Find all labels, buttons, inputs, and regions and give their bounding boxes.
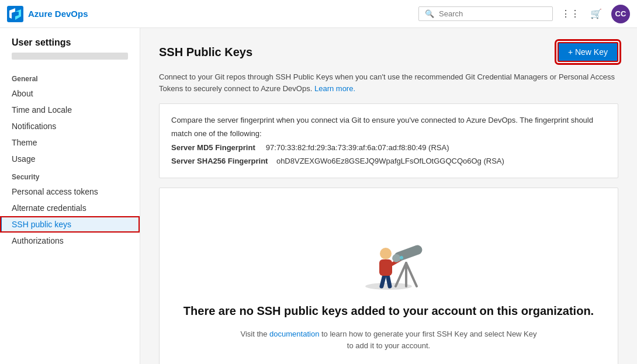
- new-key-button[interactable]: + New Key: [558, 42, 618, 62]
- sidebar-item-usage[interactable]: Usage: [0, 151, 140, 167]
- telescope-illustration: [348, 212, 430, 293]
- svg-line-11: [406, 263, 417, 286]
- fingerprint-md5-label: Server MD5 Fingerprint: [171, 143, 255, 152]
- grid-menu-button[interactable]: ⋮⋮: [560, 4, 581, 25]
- shopping-icon: 🛒: [590, 8, 602, 19]
- page-header: SSH Public Keys + New Key: [159, 42, 618, 62]
- page-description: Connect to your Git repos through SSH Pu…: [159, 71, 618, 94]
- learn-more-link[interactable]: Learn more.: [314, 84, 355, 93]
- sidebar-item-personal-access-tokens[interactable]: Personal access tokens: [0, 183, 140, 200]
- avatar-initials: CC: [615, 9, 626, 18]
- fingerprint-box: Compare the server fingerprint when you …: [159, 103, 618, 178]
- sidebar-section-general: General: [0, 69, 140, 85]
- search-icon: 🔍: [425, 9, 434, 18]
- sidebar-item-about[interactable]: About: [0, 85, 140, 102]
- sidebar-item-authorizations[interactable]: Authorizations: [0, 233, 140, 249]
- sidebar-item-alternate-credentials[interactable]: Alternate credentials: [0, 200, 140, 216]
- sidebar-title: User settings: [0, 37, 140, 53]
- documentation-link[interactable]: documentation: [269, 330, 319, 338]
- search-input[interactable]: [439, 9, 538, 18]
- svg-line-9: [396, 263, 406, 286]
- sidebar-item-time-locale[interactable]: Time and Locale: [0, 102, 140, 118]
- svg-line-4: [382, 275, 385, 286]
- svg-line-5: [387, 275, 390, 286]
- fingerprint-sha256-label: Server SHA256 Fingerprint: [171, 157, 268, 165]
- search-box[interactable]: 🔍: [418, 6, 553, 21]
- sidebar-item-notifications[interactable]: Notifications: [0, 118, 140, 134]
- sidebar: User settings General About Time and Loc…: [0, 28, 140, 364]
- logo-text: Azure DevOps: [28, 9, 88, 19]
- topnav-actions: ⋮⋮ 🛒 CC: [560, 4, 630, 25]
- sidebar-item-theme[interactable]: Theme: [0, 134, 140, 151]
- azure-devops-logo-icon: [7, 6, 23, 22]
- grid-icon: ⋮⋮: [561, 8, 580, 19]
- top-navigation: Azure DevOps 🔍 ⋮⋮ 🛒 CC: [0, 0, 637, 28]
- main-layout: User settings General About Time and Loc…: [0, 28, 637, 364]
- sidebar-item-ssh-public-keys[interactable]: SSH public keys: [0, 216, 140, 233]
- fingerprint-md5-value: 97:70:33:82:fd:29:3a:73:39:af:6a:07:ad:f…: [266, 143, 449, 152]
- empty-state: There are no SSH public keys added to yo…: [159, 188, 618, 364]
- sidebar-user-placeholder: [12, 53, 128, 60]
- svg-point-7: [380, 248, 392, 259]
- empty-state-description: Visit the documentation to learn how to …: [237, 328, 541, 353]
- sidebar-section-security: Security: [0, 167, 140, 183]
- fingerprint-sha256-value: ohD8VZEXGWo6Ez8GSEJQ9WpafgLFsOfLOtGGQCQo…: [276, 157, 504, 165]
- basket-button[interactable]: 🛒: [586, 4, 607, 25]
- logo[interactable]: Azure DevOps: [7, 6, 88, 22]
- user-avatar-button[interactable]: CC: [611, 5, 630, 23]
- main-content: SSH Public Keys + New Key Connect to you…: [140, 28, 637, 364]
- empty-state-title: There are no SSH public keys added to yo…: [184, 303, 594, 319]
- svg-rect-6: [379, 259, 392, 276]
- page-title: SSH Public Keys: [159, 46, 252, 59]
